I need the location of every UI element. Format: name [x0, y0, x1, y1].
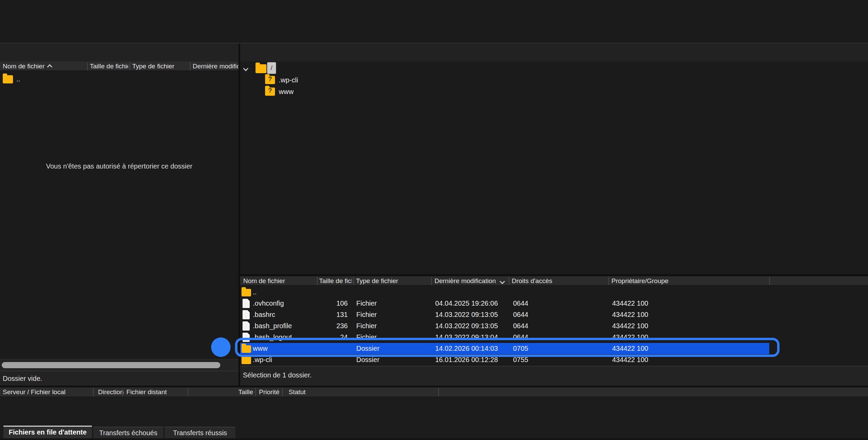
table-row[interactable]: .bashrc 131 Fichier 14.03.2022 09:13:05 … — [240, 309, 769, 320]
column-header-size[interactable]: Taille de fichie — [90, 63, 128, 70]
remote-status-bar: Sélection de 1 dossier. — [240, 366, 868, 386]
queue-header: Serveur / Fichier local Direction Fichie… — [0, 387, 868, 397]
folder-unknown-icon: ? — [265, 76, 275, 84]
column-header-modified[interactable]: Dernière modific — [193, 63, 238, 70]
file-type: Fichier — [356, 311, 377, 319]
local-panel: Nom de fichier Taille de fichie Type de … — [0, 62, 238, 386]
column-header-direction[interactable]: Direction — [98, 388, 124, 396]
column-divider[interactable] — [255, 388, 256, 396]
tab-failed-transfers[interactable]: Transferts échoués — [93, 427, 163, 438]
file-name: .ovhconfig — [253, 299, 284, 307]
file-modified: 14.03.2022 09:13:05 — [435, 311, 498, 319]
file-icon — [243, 321, 250, 331]
file-modified: 14.03.2022 09:13:05 — [435, 322, 498, 330]
column-divider[interactable] — [87, 62, 88, 70]
column-header-name[interactable]: Nom de fichier — [243, 277, 285, 285]
column-divider[interactable] — [122, 388, 123, 396]
file-owner: 434422 100 — [612, 311, 648, 319]
column-divider[interactable] — [431, 277, 432, 285]
table-row[interactable]: .bash_profile 236 Fichier 14.03.2022 09:… — [240, 320, 769, 332]
file-modified: 04.04.2025 19:26:06 — [435, 299, 498, 307]
column-header-status[interactable]: Statut — [289, 388, 306, 396]
table-row[interactable]: .ovhconfig 106 Fichier 04.04.2025 19:26:… — [240, 298, 769, 309]
file-owner: 434422 100 — [612, 322, 648, 330]
file-permissions: 0644 — [513, 322, 528, 330]
remote-status-text: Sélection de 1 dossier. — [243, 371, 312, 379]
folder-icon — [242, 357, 251, 364]
file-icon — [243, 299, 250, 308]
sort-desc-icon — [500, 279, 504, 285]
column-header-remote-file[interactable]: Fichier distant — [126, 388, 167, 396]
toolbar-area — [0, 0, 868, 43]
column-divider[interactable] — [608, 277, 609, 285]
folder-icon — [242, 289, 251, 296]
queue-list-area — [0, 398, 868, 427]
scrollbar-thumb[interactable] — [2, 362, 220, 368]
file-type: Fichier — [356, 299, 377, 307]
column-header-type[interactable]: Type de fichier — [356, 277, 430, 285]
sort-asc-icon — [48, 64, 52, 70]
file-type: Fichier — [356, 322, 377, 330]
file-name: .. — [253, 288, 257, 296]
local-status-text: Dossier vide. — [3, 375, 42, 383]
file-name: .bashrc — [253, 311, 275, 319]
remote-list-header: Nom de fichier Taille de fichi Type de f… — [240, 276, 868, 286]
column-header-name[interactable]: Nom de fichier — [3, 63, 45, 70]
column-divider[interactable] — [129, 62, 130, 70]
list-item-parent-dir[interactable]: .. — [0, 72, 238, 84]
file-size: 106 — [317, 299, 348, 307]
tree-item-root[interactable]: / — [267, 62, 276, 74]
selection-highlight-ring — [235, 338, 780, 357]
column-header-server-local-file[interactable]: Serveur / Fichier local — [3, 388, 66, 396]
local-list-header: Nom de fichier Taille de fichie Type de … — [0, 62, 238, 71]
site-bar: Site local : Site distant : / — [0, 43, 868, 62]
tab-queued-files[interactable]: Fichiers en file d'attente — [3, 426, 92, 438]
horizontal-scrollbar[interactable] — [0, 359, 238, 371]
folder-icon — [256, 64, 266, 73]
file-size: 131 — [317, 311, 348, 319]
tab-successful-transfers[interactable]: Transferts réussis — [165, 427, 235, 438]
file-name: .bash_profile — [253, 322, 292, 330]
tree-expander-icon[interactable] — [244, 66, 248, 72]
remote-panel: / ? .wp-cli ? www Nom de fichier Taille … — [240, 62, 868, 386]
column-divider[interactable] — [282, 388, 283, 396]
column-divider[interactable] — [317, 277, 318, 285]
cursor-click-indicator — [211, 337, 231, 357]
file-name: .wp-cli — [253, 356, 272, 364]
file-size: 236 — [317, 322, 348, 330]
queue-tabs-bar: Fichiers en file d'attente Transferts éc… — [0, 427, 868, 438]
folder-unknown-icon: ? — [265, 88, 275, 96]
file-owner: 434422 100 — [612, 299, 648, 307]
column-divider[interactable] — [190, 62, 191, 70]
column-header-type[interactable]: Type de fichier — [132, 63, 189, 70]
file-type: Dossier — [356, 356, 380, 364]
not-authorized-message: Vous n'êtes pas autorisé à répertorier c… — [0, 162, 238, 170]
parent-dir-label: .. — [16, 75, 20, 83]
column-divider[interactable] — [509, 277, 509, 285]
local-status-bar: Dossier vide. — [0, 371, 238, 386]
column-divider[interactable] — [93, 388, 94, 396]
column-header-modified[interactable]: Dernière modification — [435, 277, 497, 285]
bottom-strip — [0, 438, 868, 440]
folder-icon — [3, 75, 13, 83]
column-header-permissions[interactable]: Droits d'accès — [512, 277, 607, 285]
file-permissions: 0644 — [513, 311, 528, 319]
column-header-size[interactable]: Taille — [188, 388, 253, 396]
file-permissions: 0755 — [513, 356, 528, 364]
column-header-size[interactable]: Taille de fichi — [319, 277, 352, 285]
file-owner: 434422 100 — [612, 356, 648, 364]
file-icon — [243, 310, 250, 319]
file-modified: 16.01.2026 00:12:28 — [435, 356, 498, 364]
column-header-priority[interactable]: Priorité — [259, 388, 279, 396]
column-header-owner[interactable]: Propriétaire/Groupe — [611, 277, 767, 285]
column-divider[interactable] — [438, 388, 439, 396]
file-permissions: 0644 — [513, 299, 528, 307]
column-divider[interactable] — [353, 277, 354, 285]
remote-tree: / ? .wp-cli ? www — [240, 62, 868, 274]
table-row[interactable]: .. — [240, 286, 769, 298]
filezilla-window: Site local : Site distant : / Nom de fic… — [0, 0, 868, 440]
column-divider[interactable] — [769, 277, 770, 285]
